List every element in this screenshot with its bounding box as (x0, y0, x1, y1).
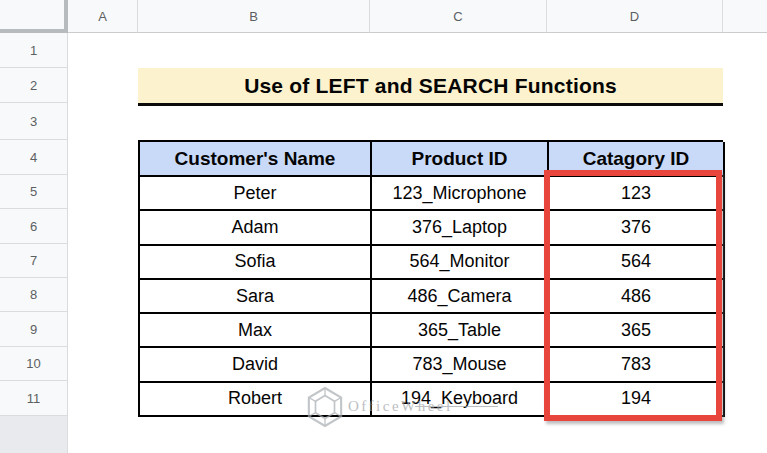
row-header-7[interactable]: 7 (0, 244, 68, 278)
data-table: Customer's Name Product ID Catagory ID P… (138, 140, 723, 417)
cell-product-id[interactable]: 564_Monitor (372, 246, 549, 280)
cell-product-id[interactable]: 376_Laptop (372, 211, 549, 245)
cell-category-id[interactable]: 376 (549, 211, 725, 245)
row-header-2[interactable]: 2 (0, 68, 68, 103)
column-header-c[interactable]: C (370, 0, 547, 33)
row-header-9[interactable]: 9 (0, 312, 68, 347)
column-header-b[interactable]: B (138, 0, 370, 33)
cell-customer-name[interactable]: Max (140, 314, 372, 348)
cell-customer-name[interactable]: Sofia (140, 246, 372, 280)
row-header-6[interactable]: 6 (0, 209, 68, 244)
cell-customer-name[interactable]: Robert (140, 383, 372, 417)
cell-customer-name[interactable]: Sara (140, 280, 372, 314)
row-header-4[interactable]: 4 (0, 140, 68, 175)
cell-category-id[interactable]: 564 (549, 246, 725, 280)
cell-product-id[interactable]: 194_Keyboard (372, 383, 549, 417)
table-header-customers-name[interactable]: Customer's Name (140, 142, 372, 177)
table-header-category-id[interactable]: Catagory ID (549, 142, 725, 177)
row-header-column: 1 2 3 4 5 6 7 8 9 10 11 (0, 33, 68, 453)
row-header-filler (0, 416, 68, 453)
cell-category-id[interactable]: 486 (549, 280, 725, 314)
page-title: Use of LEFT and SEARCH Functions (244, 74, 617, 98)
row-header-1[interactable]: 1 (0, 33, 68, 68)
row-header-3[interactable]: 3 (0, 103, 68, 140)
row-header-8[interactable]: 8 (0, 278, 68, 312)
cell-category-id[interactable]: 365 (549, 314, 725, 348)
cell-category-id[interactable]: 783 (549, 348, 725, 382)
select-all-corner[interactable] (0, 0, 68, 33)
row-header-10[interactable]: 10 (0, 347, 68, 381)
row-header-11[interactable]: 11 (0, 381, 68, 416)
cell-product-id[interactable]: 365_Table (372, 314, 549, 348)
spreadsheet-canvas: A B C D 1 2 3 4 5 6 7 8 9 10 11 Use of L… (0, 0, 767, 453)
title-cell[interactable]: Use of LEFT and SEARCH Functions (138, 68, 723, 106)
cell-product-id[interactable]: 123_Microphone (372, 177, 549, 211)
cell-customer-name[interactable]: David (140, 348, 372, 382)
column-header-d[interactable]: D (547, 0, 723, 33)
column-header-e[interactable] (723, 0, 767, 33)
cell-product-id[interactable]: 486_Camera (372, 280, 549, 314)
column-header-a[interactable]: A (68, 0, 138, 33)
cell-category-id[interactable]: 123 (549, 177, 725, 211)
cell-customer-name[interactable]: Peter (140, 177, 372, 211)
column-header-row: A B C D (0, 0, 767, 33)
cell-category-id[interactable]: 194 (549, 383, 725, 417)
cell-customer-name[interactable]: Adam (140, 211, 372, 245)
table-header-product-id[interactable]: Product ID (372, 142, 549, 177)
cell-product-id[interactable]: 783_Mouse (372, 348, 549, 382)
row-header-5[interactable]: 5 (0, 175, 68, 209)
